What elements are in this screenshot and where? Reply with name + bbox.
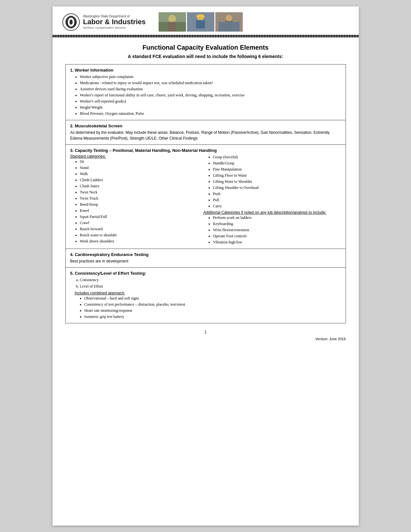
two-col-layout: Standard categories: Sit Stand Walk Clim… bbox=[70, 154, 341, 245]
list-item: Stand bbox=[80, 165, 197, 171]
element-header-3: 3. Capacity Testing – Positional, Materi… bbox=[70, 148, 341, 153]
right-list-top: Grasp (forceful) Handle/Grasp Fine Manip… bbox=[213, 154, 341, 209]
element-heading-2: Musculoskeletal Screen bbox=[75, 123, 122, 128]
svg-rect-6 bbox=[168, 22, 176, 32]
element-header-4: 4. Cardiorespiratory Endurance Testing bbox=[70, 252, 341, 257]
element-content-5: 5. Consistency/Level of Effort Testing: … bbox=[66, 268, 346, 323]
list-item: Squat Partial/Full bbox=[80, 214, 197, 220]
element-heading-5: Consistency/Level of Effort Testing: bbox=[75, 271, 146, 276]
list-item: Blood Pressure, Oxygen saturation, Pulse bbox=[80, 111, 341, 116]
element-number-2: 2. bbox=[70, 123, 74, 128]
element-content-3: 3. Capacity Testing – Positional, Materi… bbox=[66, 145, 346, 249]
left-sublabel: Standard categories: bbox=[70, 154, 197, 159]
element-header-2: 2. Musculoskeletal Screen bbox=[70, 123, 341, 128]
bullet-list-5: Observational – hard and soft signs Cons… bbox=[84, 295, 341, 320]
element-heading-4: Cardiorespiratory Endurance Testing bbox=[75, 252, 149, 257]
svg-point-2 bbox=[69, 19, 73, 25]
list-item: Lifting Shoulder to Overhead bbox=[213, 185, 341, 191]
element-number-5: 5. bbox=[70, 271, 74, 276]
svg-point-12 bbox=[226, 15, 232, 21]
logo-text-block: Washington State Department of Labor & I… bbox=[83, 15, 146, 29]
list-item: Reach forward bbox=[80, 226, 197, 232]
list-item: Fine Manipulation bbox=[213, 166, 341, 172]
element-row-5: 5. Consistency/Level of Effort Testing: … bbox=[66, 268, 346, 323]
list-item: Grasp (forceful) bbox=[213, 154, 341, 160]
element-number-4: 4. bbox=[70, 252, 74, 257]
list-item: Height/Weight bbox=[80, 104, 341, 110]
element-header-5: 5. Consistency/Level of Effort Testing: bbox=[70, 271, 341, 276]
header-photos bbox=[159, 12, 243, 32]
list-item: Lifting Floor to Waist bbox=[213, 172, 341, 178]
svg-rect-14 bbox=[219, 22, 240, 32]
version-label: Version: June 2016 bbox=[65, 337, 346, 341]
left-list: Sit Stand Walk Climb Ladders Climb Stair… bbox=[80, 159, 197, 244]
list-item: Perform work on ladders bbox=[213, 215, 341, 221]
page-subtitle: A standard FCE evaluation will need to i… bbox=[65, 54, 346, 59]
header-photo-1 bbox=[159, 12, 186, 32]
alpha-list-5: Consistency Level of Effort bbox=[80, 277, 341, 289]
element-content-4: 4. Cardiorespiratory Endurance Testing B… bbox=[66, 249, 346, 267]
li-logo-icon bbox=[62, 13, 80, 31]
list-item: Pull bbox=[213, 197, 341, 203]
list-item: Sit bbox=[80, 159, 197, 164]
element-number-1: 1. bbox=[70, 68, 74, 73]
element-heading-1: Worker Information bbox=[75, 68, 113, 73]
list-item: Heart rate monitoring/response bbox=[84, 308, 341, 313]
element-list-1: Worker subjective pain complaints Medica… bbox=[80, 74, 341, 116]
list-item: Observational – hard and soft signs bbox=[84, 295, 341, 301]
list-item: Consistency of test performance – distra… bbox=[84, 301, 341, 307]
list-item: Handle/Grasp bbox=[213, 160, 341, 166]
header-divider bbox=[53, 35, 359, 37]
element-para-4: Best practices are in development bbox=[70, 258, 341, 264]
col-right: Grasp (forceful) Handle/Grasp Fine Manip… bbox=[200, 154, 341, 245]
list-item: Push bbox=[213, 191, 341, 197]
list-item: Twist Truck bbox=[80, 195, 197, 201]
svg-rect-9 bbox=[196, 20, 205, 28]
col-left: Standard categories: Sit Stand Walk Clim… bbox=[70, 154, 200, 245]
list-item: Carry bbox=[213, 203, 341, 209]
element-row-3: 3. Capacity Testing – Positional, Materi… bbox=[66, 145, 346, 249]
element-content-1: 1. Worker Information Worker subjective … bbox=[66, 64, 346, 120]
content: Functional Capacity Evaluation Elements … bbox=[53, 37, 359, 350]
list-item: Climb Ladders bbox=[80, 177, 197, 183]
logo-area: Washington State Department of Labor & I… bbox=[62, 13, 146, 31]
header-photo-3 bbox=[215, 12, 243, 32]
list-item: Reach waist to shoulder bbox=[80, 232, 197, 238]
elements-table: 1. Worker Information Worker subjective … bbox=[65, 64, 346, 323]
list-item: Vibration high/low bbox=[213, 239, 341, 245]
list-item: Climb Stairs bbox=[80, 183, 197, 189]
list-item: Lifting Waist to Shoulder bbox=[213, 179, 341, 184]
element-para-2: As determined by the evaluator. May incl… bbox=[70, 130, 341, 141]
list-item: Assistive devices used during evaluation bbox=[80, 86, 341, 92]
header-photo-2 bbox=[187, 12, 214, 32]
alpha-item: Level of Effort bbox=[80, 283, 341, 289]
element-content-2: 2. Musculoskeletal Screen As determined … bbox=[66, 120, 346, 144]
element-row-1: 1. Worker Information Worker subjective … bbox=[66, 64, 346, 120]
list-item: Operate Foot controls bbox=[213, 233, 341, 239]
list-item: Bend/Stoop bbox=[80, 202, 197, 207]
list-item: Keyboarding bbox=[213, 221, 341, 227]
list-item: Medications - related to injury or would… bbox=[80, 80, 341, 86]
list-item: Wrist flexion/extension bbox=[213, 227, 341, 233]
org-line3: Workers' Compensation Services bbox=[83, 26, 146, 29]
page: Washington State Department of Labor & I… bbox=[53, 6, 359, 526]
list-item: Work above shoulders bbox=[80, 238, 197, 244]
sublabel-5: Includes combined approach: bbox=[75, 291, 341, 295]
right-list-bottom: Perform work on ladders Keyboarding Wris… bbox=[213, 215, 341, 245]
svg-point-10 bbox=[196, 14, 205, 19]
list-item: Twist Neck bbox=[80, 189, 197, 195]
list-item: Crawl bbox=[80, 220, 197, 226]
header: Washington State Department of Labor & I… bbox=[53, 6, 359, 35]
org-line2: Labor & Industries bbox=[83, 18, 146, 26]
page-title: Functional Capacity Evaluation Elements bbox=[65, 44, 346, 51]
page-number: 1 bbox=[65, 330, 346, 334]
svg-point-5 bbox=[168, 15, 176, 23]
list-item: Isometric grip test battery bbox=[84, 314, 341, 320]
element-header-1: 1. Worker Information bbox=[70, 68, 341, 73]
list-item: Worker subjective pain complaints bbox=[80, 74, 341, 80]
list-item: Kneel bbox=[80, 208, 197, 213]
element-heading-3: Capacity Testing – Positional, Material … bbox=[75, 148, 217, 153]
element-number-3: 3. bbox=[70, 148, 74, 153]
right-sublabel: Additional Categories if noted on any jo… bbox=[203, 210, 341, 215]
element-row-2: 2. Musculoskeletal Screen As determined … bbox=[66, 120, 346, 145]
